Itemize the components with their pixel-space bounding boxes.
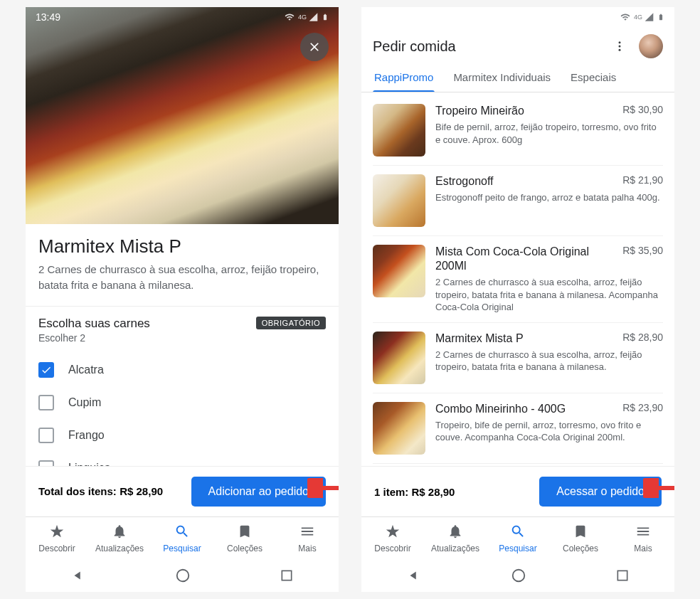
- item-content: Marmitex Mista P 2 Carnes de churrasco à…: [26, 224, 339, 466]
- close-icon: [307, 40, 322, 54]
- menu-item[interactable]: Marmitex Mista P R$ 28,90 2 Carnes de ch…: [373, 323, 663, 393]
- menu-item-thumbnail: [373, 402, 425, 455]
- nav-icon: [635, 524, 651, 541]
- back-icon[interactable]: [70, 568, 86, 583]
- options-section-subtitle: Escolher 2: [38, 332, 326, 344]
- bottom-nav: DescobrirAtualizaçõesPesquisarColeçõesMa…: [361, 516, 674, 559]
- nav-icon: [112, 524, 127, 541]
- nav-icon: [573, 524, 588, 541]
- nav-icon: [49, 524, 65, 541]
- recents-icon[interactable]: [280, 568, 294, 583]
- nav-label: Descobrir: [38, 544, 75, 553]
- menu-item-name: Estrogonoff: [435, 174, 494, 189]
- item-description: 2 Carnes de churrasco à sua escolha, arr…: [38, 262, 326, 293]
- home-icon[interactable]: [175, 568, 191, 583]
- header-actions: [613, 34, 663, 58]
- network-label: 4G: [634, 14, 642, 21]
- back-icon[interactable]: [406, 568, 422, 583]
- item-hero-image: [26, 7, 339, 224]
- status-icons: 4G: [620, 11, 664, 23]
- menu-list: Tropeiro Mineirão R$ 30,90 Bife de perni…: [361, 92, 674, 466]
- menu-item[interactable]: Combo Mineirinho - 400G R$ 23,90 Tropeir…: [373, 393, 663, 464]
- nav-item-atualizações[interactable]: Atualizações: [88, 517, 151, 559]
- menu-item-thumbnail: [373, 332, 425, 384]
- item-bottom-bar: Total dos itens: R$ 28,90 Adicionar ao p…: [26, 466, 339, 516]
- menu-item-description: Bife de pernil, arroz, feijão tropeiro, …: [435, 121, 663, 146]
- nav-label: Descobrir: [374, 544, 410, 553]
- home-icon[interactable]: [511, 568, 526, 583]
- menu-item-name: Combo Mineirinho - 400G: [435, 402, 566, 416]
- nav-item-pesquisar[interactable]: Pesquisar: [487, 517, 549, 559]
- menu-item[interactable]: Estrogonoff R$ 21,90 Estrogonoff peito d…: [373, 166, 663, 236]
- option-row[interactable]: Cupim: [38, 386, 326, 419]
- svg-point-3: [619, 41, 621, 43]
- menu-item-description: Tropeiro, bife de pernil, arroz, torresm…: [435, 419, 663, 444]
- checkbox[interactable]: [38, 362, 54, 378]
- category-tabs: RappiPromoMarmitex IndividuaisEspeciais: [361, 63, 674, 92]
- menu-item-name: Marmitex Mista P: [435, 332, 524, 346]
- required-badge: OBRIGATÓRIO: [256, 317, 326, 329]
- nav-label: Coleções: [227, 544, 262, 553]
- options-section-title: Escolha suas carnes: [38, 317, 150, 331]
- menu-item-name: Mista Com Coca-Cola Original 200Ml: [435, 245, 617, 273]
- nav-label: Mais: [634, 544, 652, 553]
- nav-label: Pesquisar: [499, 544, 536, 553]
- phone-left-item-detail: 13:49 4G Marmitex Mista P 2 Carnes de ch…: [26, 7, 339, 592]
- menu-item[interactable]: Mista Com Coca-Cola Original 200Ml R$ 35…: [373, 236, 663, 323]
- annotation-arrow-right: [643, 478, 674, 498]
- recents-icon[interactable]: [615, 568, 630, 583]
- svg-point-0: [177, 570, 189, 582]
- status-bar: 4G: [361, 7, 674, 27]
- more-icon[interactable]: [613, 40, 626, 53]
- menu-item-body: Estrogonoff R$ 21,90 Estrogonoff peito d…: [435, 174, 663, 227]
- battery-icon: [322, 11, 329, 23]
- menu-item-price: R$ 28,90: [622, 332, 663, 343]
- wifi-icon: [620, 12, 631, 22]
- option-row[interactable]: Alcatra: [38, 354, 326, 386]
- nav-item-mais[interactable]: Mais: [276, 517, 339, 559]
- svg-point-4: [619, 46, 621, 48]
- category-tab[interactable]: RappiPromo: [373, 63, 435, 92]
- checkbox[interactable]: [38, 428, 54, 443]
- svg-point-5: [619, 49, 621, 51]
- menu-item-thumbnail: [373, 104, 425, 157]
- menu-item-description: 2 Carnes de churrasco à sua escolha, arr…: [435, 349, 663, 373]
- add-to-order-button[interactable]: Adicionar ao pedido: [191, 477, 326, 507]
- checkbox[interactable]: [38, 395, 54, 410]
- nav-item-descobrir[interactable]: Descobrir: [26, 517, 88, 559]
- checkbox[interactable]: [38, 460, 54, 467]
- order-summary: 1 item: R$ 28,90: [374, 486, 455, 498]
- option-row[interactable]: Frango: [38, 419, 326, 452]
- page-header: Pedir comida: [361, 27, 674, 63]
- system-nav: [26, 559, 339, 592]
- nav-item-atualizações[interactable]: Atualizações: [424, 517, 487, 559]
- system-nav: [361, 559, 674, 592]
- nav-icon: [510, 524, 526, 541]
- battery-icon: [657, 11, 664, 23]
- menu-item-body: Tropeiro Mineirão R$ 30,90 Bife de perni…: [435, 104, 663, 157]
- signal-icon: [644, 12, 654, 22]
- menu-item-price: R$ 35,90: [622, 245, 663, 256]
- avatar[interactable]: [639, 34, 663, 58]
- option-label: Cupim: [68, 396, 101, 409]
- menu-item-price: R$ 30,90: [622, 104, 663, 115]
- total-summary: Total dos itens: R$ 28,90: [38, 485, 163, 498]
- nav-item-descobrir[interactable]: Descobrir: [361, 517, 424, 559]
- nav-icon: [447, 524, 463, 541]
- category-tab[interactable]: Especiais: [569, 63, 617, 92]
- menu-item[interactable]: Tropeiro Mineirão R$ 30,90 Bife de perni…: [373, 95, 663, 166]
- option-row[interactable]: Linguiça: [38, 452, 326, 467]
- item-title: Marmitex Mista P: [38, 235, 326, 258]
- nav-item-mais[interactable]: Mais: [612, 517, 674, 559]
- status-time: 13:49: [36, 11, 60, 23]
- nav-item-coleções[interactable]: Coleções: [549, 517, 612, 559]
- category-tab[interactable]: Marmitex Individuais: [452, 63, 552, 92]
- nav-item-coleções[interactable]: Coleções: [213, 517, 276, 559]
- order-bottom-bar: 1 item: R$ 28,90 Acessar o pedido: [361, 466, 674, 516]
- nav-icon: [174, 524, 190, 541]
- phone-right-menu-list: 4G Pedir comida RappiPromoMarmitex Indiv…: [361, 7, 674, 592]
- close-button[interactable]: [300, 33, 329, 61]
- menu-item-description: Estrogonoff peito de frango, arroz e bat…: [435, 191, 663, 204]
- nav-item-pesquisar[interactable]: Pesquisar: [151, 517, 213, 559]
- annotation-arrow-left: [307, 478, 339, 498]
